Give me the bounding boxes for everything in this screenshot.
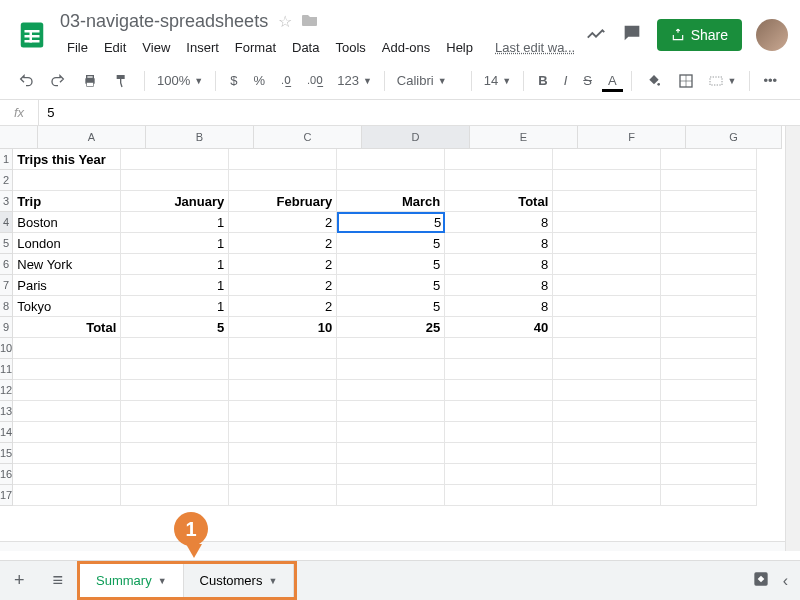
row-header-6[interactable]: 6	[0, 254, 13, 275]
cell[interactable]	[445, 485, 553, 506]
cell[interactable]	[337, 401, 445, 422]
sheet-tab-customers[interactable]: Customers▼	[184, 564, 295, 597]
cell[interactable]	[121, 149, 229, 170]
menu-edit[interactable]: Edit	[97, 36, 133, 59]
col-header-E[interactable]: E	[470, 126, 578, 149]
cell[interactable]	[661, 191, 757, 212]
print-button[interactable]	[76, 69, 104, 93]
cell[interactable]	[553, 359, 661, 380]
cell[interactable]: Paris	[13, 275, 121, 296]
cell[interactable]	[445, 170, 553, 191]
menu-format[interactable]: Format	[228, 36, 283, 59]
fx-label[interactable]: fx	[0, 100, 39, 125]
cell[interactable]	[661, 485, 757, 506]
cell[interactable]	[121, 464, 229, 485]
cell[interactable]	[229, 170, 337, 191]
cell[interactable]: 25	[337, 317, 445, 338]
cell[interactable]	[229, 401, 337, 422]
cell[interactable]	[337, 464, 445, 485]
menu-tools[interactable]: Tools	[328, 36, 372, 59]
cell[interactable]: Total	[13, 317, 121, 338]
cell[interactable]: Tokyo	[13, 296, 121, 317]
side-panel-toggle[interactable]: ‹	[783, 572, 788, 590]
cell[interactable]	[553, 380, 661, 401]
col-header-D[interactable]: D	[362, 126, 470, 149]
cell[interactable]	[661, 443, 757, 464]
cell[interactable]	[229, 149, 337, 170]
avatar[interactable]	[756, 19, 788, 51]
sheets-logo-icon[interactable]	[12, 15, 52, 55]
row-header-9[interactable]: 9	[0, 317, 13, 338]
cell[interactable]	[229, 338, 337, 359]
cell[interactable]	[13, 443, 121, 464]
cell[interactable]: 5	[337, 296, 445, 317]
cell[interactable]	[13, 401, 121, 422]
col-header-A[interactable]: A	[38, 126, 146, 149]
vertical-scrollbar[interactable]	[785, 126, 800, 551]
cell[interactable]: 2	[229, 212, 337, 233]
horizontal-scrollbar[interactable]	[0, 541, 785, 551]
cell[interactable]	[661, 296, 757, 317]
cell[interactable]: 8	[445, 233, 553, 254]
explore-button[interactable]	[751, 569, 771, 593]
cell[interactable]: London	[13, 233, 121, 254]
cell[interactable]	[445, 443, 553, 464]
cell[interactable]	[661, 170, 757, 191]
cell[interactable]	[553, 296, 661, 317]
cell[interactable]	[445, 359, 553, 380]
menu-insert[interactable]: Insert	[179, 36, 226, 59]
col-header-F[interactable]: F	[578, 126, 686, 149]
row-header-17[interactable]: 17	[0, 485, 13, 506]
sheet-tab-summary[interactable]: Summary▼	[80, 564, 184, 597]
cell[interactable]	[121, 422, 229, 443]
cell[interactable]	[553, 212, 661, 233]
cell[interactable]	[661, 212, 757, 233]
cell[interactable]	[661, 401, 757, 422]
paint-format-button[interactable]	[108, 69, 136, 93]
comment-icon[interactable]	[621, 22, 643, 48]
cell[interactable]: 2	[229, 275, 337, 296]
formula-input[interactable]	[39, 105, 800, 120]
cell[interactable]: 5	[337, 275, 445, 296]
col-header-B[interactable]: B	[146, 126, 254, 149]
cell[interactable]	[13, 380, 121, 401]
row-header-12[interactable]: 12	[0, 380, 13, 401]
cell[interactable]: 1	[121, 275, 229, 296]
strikethrough-button[interactable]: S	[577, 69, 598, 92]
font-size-select[interactable]: 14▼	[480, 71, 515, 90]
cell[interactable]	[337, 149, 445, 170]
cell[interactable]	[553, 338, 661, 359]
cell[interactable]: March	[337, 191, 445, 212]
cell[interactable]: 1	[121, 233, 229, 254]
cell[interactable]: 1	[121, 254, 229, 275]
bold-button[interactable]: B	[532, 69, 553, 92]
row-header-8[interactable]: 8	[0, 296, 13, 317]
cell[interactable]: January	[121, 191, 229, 212]
cell[interactable]: 2	[229, 233, 337, 254]
cell[interactable]: 5	[337, 212, 445, 233]
cell[interactable]: February	[229, 191, 337, 212]
row-header-5[interactable]: 5	[0, 233, 13, 254]
folder-icon[interactable]	[302, 11, 318, 32]
cell[interactable]	[229, 443, 337, 464]
cell[interactable]	[13, 464, 121, 485]
font-select[interactable]: Calibri▼	[393, 71, 463, 90]
cell[interactable]	[553, 422, 661, 443]
cell[interactable]	[661, 317, 757, 338]
cell[interactable]	[121, 485, 229, 506]
star-icon[interactable]: ☆	[278, 12, 292, 31]
row-header-14[interactable]: 14	[0, 422, 13, 443]
cell[interactable]: 8	[445, 296, 553, 317]
cell[interactable]: 5	[121, 317, 229, 338]
select-all-corner[interactable]	[0, 126, 38, 149]
cell[interactable]	[661, 422, 757, 443]
cell[interactable]: 2	[229, 296, 337, 317]
document-title[interactable]: 03-navigate-spreadsheets	[60, 11, 268, 32]
col-header-C[interactable]: C	[254, 126, 362, 149]
last-edit-link[interactable]: Last edit wa...	[488, 36, 582, 59]
cell[interactable]	[661, 380, 757, 401]
text-color-button[interactable]: A	[602, 69, 623, 92]
row-header-16[interactable]: 16	[0, 464, 13, 485]
cell[interactable]	[337, 380, 445, 401]
row-header-2[interactable]: 2	[0, 170, 13, 191]
